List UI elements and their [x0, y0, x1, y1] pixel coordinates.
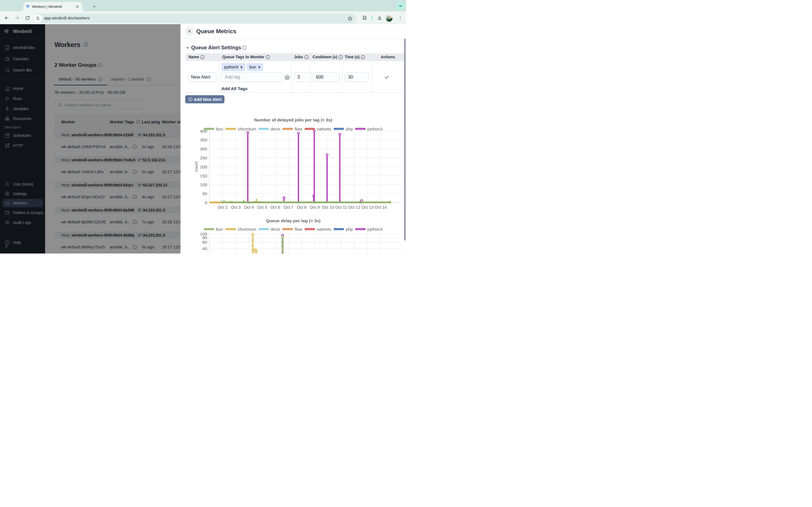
reload-button[interactable]: [25, 15, 30, 20]
tag-chip-label: bun: [250, 63, 256, 71]
legend-item-php[interactable]: php: [334, 227, 353, 231]
legend-label: chromium: [238, 227, 256, 231]
add-all-tags-button[interactable]: Add All Tags: [221, 86, 248, 91]
info-icon[interactable]: [200, 55, 205, 59]
alert-table-row: python3x bunx New Alert Add tag 3 600 30…: [185, 61, 404, 93]
legend-swatch: [283, 228, 293, 230]
column-header-actions: Actions: [381, 55, 395, 59]
info-icon[interactable]: [338, 55, 343, 59]
chevron-down-icon[interactable]: [185, 45, 190, 50]
add-tag-input[interactable]: Add tag: [221, 72, 283, 82]
drawer-title: Queue Metrics: [196, 28, 236, 35]
chevron-down-icon: [399, 4, 402, 8]
svg-text:Oct 13: Oct 13: [361, 205, 373, 210]
add-new-alert-button[interactable]: Add New Alert: [185, 95, 224, 103]
svg-text:300: 300: [200, 147, 207, 151]
url-bar[interactable]: app.windmill.dev/workers: [35, 13, 357, 23]
svg-text:250: 250: [200, 156, 207, 160]
add-tag-button[interactable]: [285, 75, 290, 80]
info-icon[interactable]: [242, 45, 247, 50]
plus-circle-icon: [188, 97, 193, 101]
svg-text:Oct 10: Oct 10: [322, 205, 334, 210]
svg-text:150: 150: [200, 173, 207, 178]
alert-settings-table: Name Queue Tags to Monitor Jobs Cooldown…: [185, 53, 404, 93]
legend-swatch: [259, 228, 269, 230]
column-header-time: Time (s): [345, 55, 360, 59]
app-window: Windmill windmill-labsFavoritesSearch⌘k …: [0, 24, 406, 253]
column-header-queue-tags: Queue Tags to Monitor: [222, 55, 264, 59]
column-header-cooldown: Cooldown (s): [313, 55, 337, 59]
drawer-body: Queue Alert Settings Name Queue Tags to …: [181, 38, 406, 253]
tab-corner: [82, 8, 86, 11]
legend-label: bun: [216, 227, 223, 231]
legend-label: flow: [295, 227, 302, 231]
time-input[interactable]: 30: [345, 72, 369, 82]
legend-item-bun[interactable]: bun: [204, 227, 223, 231]
legend-item-chromium[interactable]: chromium: [225, 227, 256, 231]
legend-swatch: [225, 228, 236, 230]
cooldown-input[interactable]: 600: [313, 72, 340, 82]
toolbar-toggle-button[interactable]: [397, 2, 404, 10]
svg-text:400: 400: [200, 129, 207, 133]
svg-text:Oct 11: Oct 11: [335, 205, 347, 210]
forward-button[interactable]: [15, 15, 19, 20]
column-border: [372, 61, 372, 93]
info-icon[interactable]: [266, 55, 270, 59]
extensions-button[interactable]: [362, 15, 367, 20]
info-icon[interactable]: [304, 55, 309, 59]
site-settings-button[interactable]: [34, 14, 42, 22]
svg-text:count: count: [194, 161, 199, 172]
chart-legend: bunchromiumdenoflownativetsphppython3: [185, 227, 402, 231]
drawer-scrollbar-thumb[interactable]: [404, 39, 406, 240]
drawer-close-button[interactable]: [185, 27, 194, 36]
remove-tag-button[interactable]: x: [258, 63, 260, 71]
downloads-button[interactable]: [377, 15, 382, 20]
column-border: [342, 61, 343, 93]
svg-text:60: 60: [202, 240, 207, 244]
legend-label: php: [346, 227, 353, 231]
legend-item-nativets[interactable]: nativets: [305, 227, 331, 231]
url-text[interactable]: app.windmill.dev/workers: [44, 16, 90, 20]
chart-title: Number of delayed jobs per tag (> 3s): [185, 117, 402, 122]
legend-label: nativets: [317, 227, 331, 231]
add-new-alert-label: Add New Alert: [194, 97, 222, 102]
svg-text:Oct 5: Oct 5: [257, 205, 267, 210]
queue-delay-plot: 100806040: [181, 231, 406, 253]
svg-text:Oct 2: Oct 2: [218, 205, 227, 210]
confirm-alert-button[interactable]: [384, 75, 389, 80]
jobs-input[interactable]: 3: [294, 72, 311, 82]
remove-tag-button[interactable]: x: [241, 63, 243, 71]
alert-name-input[interactable]: New Alert: [188, 72, 217, 82]
svg-text:Oct 6: Oct 6: [270, 205, 280, 210]
svg-text:Oct 4: Oct 4: [244, 205, 254, 210]
tag-chip-bun[interactable]: bunx: [247, 63, 263, 71]
bookmark-star-icon[interactable]: [348, 16, 352, 21]
profile-avatar[interactable]: [386, 15, 393, 22]
new-tab-button[interactable]: [93, 5, 96, 8]
windmill-favicon-icon: [26, 4, 30, 9]
tag-chip-python3[interactable]: python3x: [221, 63, 245, 71]
browser-menu-button[interactable]: [398, 15, 402, 20]
drawer-backdrop[interactable]: [0, 24, 181, 253]
chart-title: Queue delay per tag (> 3s): [185, 218, 402, 223]
column-header-jobs: Jobs: [294, 55, 303, 59]
browser-tab[interactable]: Workers | Windmill: [23, 2, 82, 11]
legend-item-flow[interactable]: flow: [283, 227, 302, 231]
tag-chip-row: python3x bunx: [221, 63, 263, 71]
drawer-header: Queue Metrics: [181, 24, 406, 38]
queue-metrics-drawer: Queue Metrics Queue Alert Settings Name …: [181, 24, 406, 253]
info-icon[interactable]: [361, 55, 365, 59]
svg-text:Oct 12: Oct 12: [348, 205, 360, 210]
svg-text:100: 100: [200, 182, 207, 187]
column-border: [219, 61, 219, 93]
legend-item-deno[interactable]: deno: [259, 227, 280, 231]
back-button[interactable]: [4, 15, 9, 20]
svg-text:Oct 3: Oct 3: [231, 205, 241, 210]
legend-item-python3[interactable]: python3: [355, 227, 382, 231]
tab-close-icon[interactable]: [75, 5, 79, 8]
screenshot-stage: Workers | Windmill app.windmill.dev/work…: [0, 0, 406, 253]
column-header-actions-group: Actions: [381, 55, 395, 59]
svg-text:Oct 9: Oct 9: [310, 205, 320, 210]
svg-text:40: 40: [202, 246, 207, 251]
legend-label: python3: [367, 227, 382, 231]
